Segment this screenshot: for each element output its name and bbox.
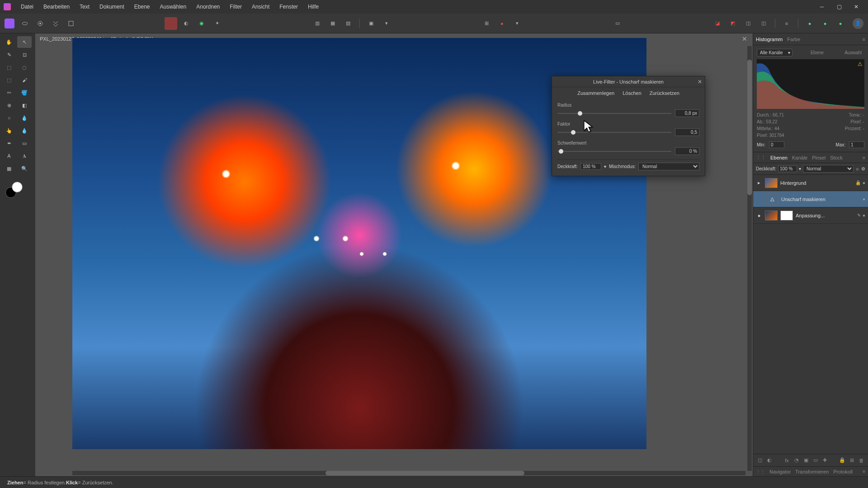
user-avatar[interactable]: 👤 — [853, 18, 863, 29]
menu-fenster[interactable]: Fenster — [275, 2, 302, 12]
brush-tool[interactable]: 🖌 — [17, 74, 32, 86]
group-icon[interactable]: ▭ — [811, 456, 820, 465]
flood-select-tool[interactable]: ⬚ — [2, 74, 16, 86]
arrange-front-icon[interactable]: ◩ — [726, 17, 739, 30]
histogram-warning-icon[interactable]: ⚠ — [858, 61, 863, 67]
crop-icon[interactable]: ⊞ — [480, 17, 493, 30]
adjust-icon[interactable]: ◐ — [765, 456, 774, 465]
swatch-red-icon[interactable] — [165, 17, 177, 30]
export-icon[interactable] — [65, 17, 77, 30]
dialog-blend-select[interactable]: Normal — [638, 163, 699, 170]
dropdown2-icon[interactable]: ▾ — [511, 17, 524, 30]
tab-transform[interactable]: Transformieren — [795, 469, 829, 474]
layer-name[interactable]: Anpassung... — [796, 213, 854, 218]
lock-layer-icon[interactable]: 🔒 — [838, 456, 846, 465]
live-filter-dialog[interactable]: Live-Filter - Unscharf maskieren ✕ Zusam… — [552, 76, 705, 176]
layer-name[interactable]: Hintergrund — [780, 180, 853, 186]
marquee-tool[interactable]: ◌ — [17, 61, 32, 73]
delete-layer-icon[interactable]: 🗑 — [857, 456, 865, 465]
pen-tool[interactable]: ✒ — [2, 137, 16, 149]
cloud1-icon[interactable]: ● — [803, 17, 816, 30]
channel-select[interactable]: Alle Kanäle — [757, 49, 793, 56]
minimize-button[interactable]: ─ — [814, 1, 830, 12]
fx-icon[interactable]: fx — [783, 456, 791, 465]
menu-ebene[interactable]: Ebene — [130, 2, 155, 12]
eraser-tool[interactable]: ◧ — [17, 99, 32, 111]
layer-row[interactable]: △ Unscharf maskieren ● — [753, 191, 868, 207]
dialog-title[interactable]: Live-Filter - Unscharf maskieren ✕ — [552, 76, 705, 87]
layer-row[interactable]: ● Anpassung... ✎● — [753, 207, 868, 224]
opacity-dropdown-icon[interactable]: ▾ — [799, 166, 801, 171]
clip-icon[interactable]: ◔ — [793, 456, 801, 465]
min-input[interactable] — [769, 141, 784, 148]
tab-color[interactable]: Farbe — [787, 37, 800, 42]
layer-dot-icon[interactable]: ● — [863, 213, 865, 218]
menu-dokument[interactable]: Dokument — [95, 2, 129, 12]
clone-tool[interactable]: ⊕ — [2, 99, 16, 111]
shape-tool[interactable]: ▭ — [17, 137, 32, 149]
close-button[interactable]: ✕ — [848, 1, 864, 12]
layer-visibility-icon[interactable]: ▸ — [756, 180, 762, 186]
menu-filter[interactable]: Filter — [225, 2, 246, 12]
selection-brush-tool[interactable]: ⬚ — [2, 61, 16, 73]
develop-icon[interactable] — [34, 17, 47, 30]
autocolor-icon[interactable]: ◉ — [195, 17, 208, 30]
arrange-back-icon[interactable]: ◪ — [711, 17, 724, 30]
max-input[interactable] — [849, 141, 864, 148]
paint-brush-tool[interactable]: ✏ — [2, 87, 16, 99]
bottom-menu-icon[interactable]: ≡ — [863, 469, 865, 474]
layer-opacity-input[interactable] — [778, 165, 797, 172]
delete-button[interactable]: Löschen — [623, 90, 642, 96]
hand-tool[interactable]: ✋ — [2, 36, 16, 48]
panel-menu-icon[interactable]: ≡ — [863, 37, 865, 42]
fill-tool[interactable]: 🪣 — [17, 87, 32, 99]
liquify-icon[interactable] — [49, 17, 62, 30]
smudge-tool[interactable]: 👆 — [2, 125, 16, 136]
link-icon[interactable]: ⊞ — [848, 456, 856, 465]
tab-channels[interactable]: Kanäle — [792, 155, 807, 160]
layers-menu-icon[interactable]: ≡ — [863, 155, 865, 160]
factor-input[interactable] — [675, 128, 699, 136]
tab-brushes[interactable]: Pinsel — [812, 155, 826, 160]
layer-blend-select[interactable]: Normal — [803, 165, 854, 173]
zoom-tool[interactable]: 🔍 — [17, 163, 32, 174]
menu-auswaehlen[interactable]: Auswählen — [155, 2, 191, 12]
align-right-icon[interactable]: ▧ — [342, 17, 354, 30]
menu-ansicht[interactable]: Ansicht — [247, 2, 274, 12]
cloud2-icon[interactable]: ● — [819, 17, 831, 30]
dialog-close-icon[interactable]: ✕ — [698, 79, 702, 85]
edit-icon[interactable]: ✎ — [857, 213, 861, 218]
cloud3-icon[interactable]: ● — [834, 17, 847, 30]
dialog-opacity-dropdown-icon[interactable]: ▾ — [604, 164, 606, 169]
sponge-tool[interactable]: 💧 — [17, 125, 32, 136]
layer-dot-icon[interactable]: ● — [863, 180, 865, 185]
layer-row[interactable]: ▸ Hintergrund 🔒● — [753, 175, 868, 191]
add-mask-icon[interactable]: ▣ — [802, 456, 810, 465]
mesh-tool[interactable]: ▦ — [2, 163, 16, 174]
align-center-icon[interactable]: ▦ — [326, 17, 339, 30]
dialog-opacity-input[interactable] — [580, 163, 601, 170]
unlock-icon[interactable]: ◫ — [757, 17, 770, 30]
lock-icon[interactable]: ◫ — [742, 17, 755, 30]
menu-bearbeiten[interactable]: Bearbeiten — [39, 2, 74, 12]
radius-slider[interactable] — [557, 113, 671, 114]
reset-button[interactable]: Zurücksetzen — [650, 90, 679, 96]
transform-icon[interactable]: ▣ — [365, 17, 377, 30]
layer-visibility-icon[interactable]: ● — [756, 212, 762, 219]
frame-text-tool[interactable]: 𝐀 — [17, 150, 32, 162]
text-tool[interactable]: A — [2, 150, 16, 162]
menu-hilfe[interactable]: Hilfe — [303, 2, 323, 12]
dropdown-icon[interactable]: ▾ — [380, 17, 393, 30]
align-left-icon[interactable]: ▥ — [311, 17, 324, 30]
autolevels-icon[interactable]: ◐ — [180, 17, 193, 30]
add-layer-icon[interactable]: ✚ — [821, 456, 829, 465]
histogram-layer-button[interactable]: Ebene — [808, 49, 826, 56]
foreground-color-swatch[interactable] — [12, 182, 23, 192]
tab-layers[interactable]: Ebenen — [770, 155, 788, 160]
document-close-icon[interactable]: ✕ — [742, 35, 747, 42]
persona-icon[interactable] — [5, 19, 14, 28]
merge-button[interactable]: Zusammenlegen — [577, 90, 614, 96]
hand-preview-icon[interactable] — [19, 17, 31, 30]
move-tool[interactable]: ↖ — [17, 36, 32, 48]
layer-dot-icon[interactable]: ● — [863, 197, 865, 202]
